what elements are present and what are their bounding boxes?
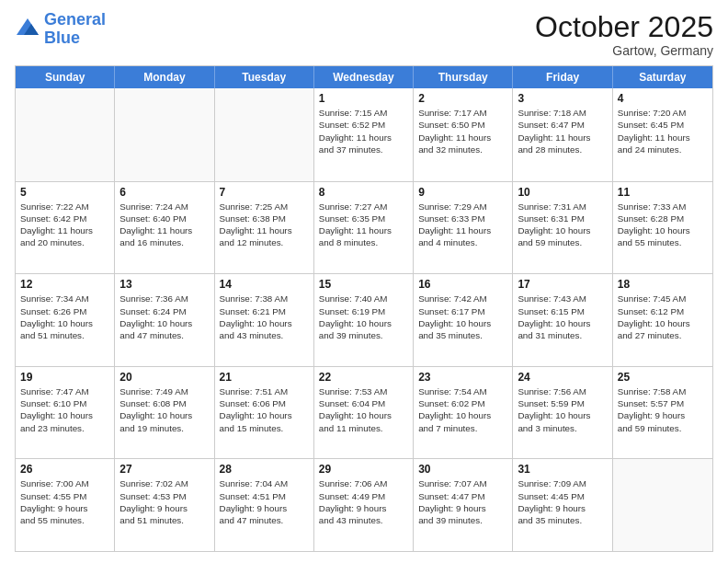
calendar-cell: 25Sunrise: 7:58 AM Sunset: 5:57 PM Dayli… <box>613 367 712 459</box>
cell-text: Sunrise: 7:31 AM Sunset: 6:31 PM Dayligh… <box>518 201 607 249</box>
calendar-cell: 16Sunrise: 7:42 AM Sunset: 6:17 PM Dayli… <box>414 274 513 366</box>
day-number: 15 <box>319 278 408 291</box>
day-number: 12 <box>20 278 109 291</box>
calendar-cell: 4Sunrise: 7:20 AM Sunset: 6:45 PM Daylig… <box>613 88 712 181</box>
day-number: 17 <box>518 278 607 291</box>
logo-icon <box>15 17 40 42</box>
weekday-header: Sunday <box>16 66 115 88</box>
calendar-cell: 19Sunrise: 7:47 AM Sunset: 6:10 PM Dayli… <box>16 367 115 459</box>
weekday-header: Monday <box>115 66 214 88</box>
calendar-cell: 18Sunrise: 7:45 AM Sunset: 6:12 PM Dayli… <box>613 274 712 366</box>
cell-text: Sunrise: 7:15 AM Sunset: 6:52 PM Dayligh… <box>319 107 408 155</box>
calendar-cell: 3Sunrise: 7:18 AM Sunset: 6:47 PM Daylig… <box>513 88 612 181</box>
calendar-week: 12Sunrise: 7:34 AM Sunset: 6:26 PM Dayli… <box>16 273 712 366</box>
cell-text: Sunrise: 7:42 AM Sunset: 6:17 PM Dayligh… <box>418 293 507 341</box>
calendar-cell: 31Sunrise: 7:09 AM Sunset: 4:45 PM Dayli… <box>513 459 612 551</box>
day-number: 2 <box>418 92 507 105</box>
cell-text: Sunrise: 7:49 AM Sunset: 6:08 PM Dayligh… <box>119 385 209 434</box>
calendar-cell <box>613 459 712 551</box>
cell-text: Sunrise: 7:06 AM Sunset: 4:49 PM Dayligh… <box>319 477 408 526</box>
calendar-cell: 14Sunrise: 7:38 AM Sunset: 6:21 PM Dayli… <box>215 274 314 366</box>
calendar-cell: 24Sunrise: 7:56 AM Sunset: 5:59 PM Dayli… <box>513 367 612 459</box>
cell-text: Sunrise: 7:58 AM Sunset: 5:57 PM Dayligh… <box>618 385 708 434</box>
weekday-header: Tuesday <box>215 66 314 88</box>
day-number: 14 <box>220 278 309 291</box>
calendar-cell: 20Sunrise: 7:49 AM Sunset: 6:08 PM Dayli… <box>115 367 214 459</box>
calendar-cell: 6Sunrise: 7:24 AM Sunset: 6:40 PM Daylig… <box>115 182 214 274</box>
cell-text: Sunrise: 7:38 AM Sunset: 6:21 PM Dayligh… <box>220 293 309 341</box>
cell-text: Sunrise: 7:45 AM Sunset: 6:12 PM Dayligh… <box>618 293 708 341</box>
calendar-cell: 26Sunrise: 7:00 AM Sunset: 4:55 PM Dayli… <box>16 459 115 551</box>
calendar-cell: 30Sunrise: 7:07 AM Sunset: 4:47 PM Dayli… <box>414 459 513 551</box>
calendar-cell: 9Sunrise: 7:29 AM Sunset: 6:33 PM Daylig… <box>414 182 513 274</box>
weekday-header: Saturday <box>613 66 712 88</box>
calendar-cell <box>115 88 214 181</box>
day-number: 3 <box>518 92 607 105</box>
day-number: 21 <box>220 371 309 384</box>
header: General Blue October 2025 Gartow, German… <box>15 11 713 58</box>
day-number: 16 <box>418 278 507 291</box>
cell-text: Sunrise: 7:54 AM Sunset: 6:02 PM Dayligh… <box>418 385 507 434</box>
calendar-body: 1Sunrise: 7:15 AM Sunset: 6:52 PM Daylig… <box>16 88 712 551</box>
cell-text: Sunrise: 7:00 AM Sunset: 4:55 PM Dayligh… <box>20 477 109 526</box>
calendar-cell: 15Sunrise: 7:40 AM Sunset: 6:19 PM Dayli… <box>314 274 414 366</box>
calendar-week: 1Sunrise: 7:15 AM Sunset: 6:52 PM Daylig… <box>16 88 712 181</box>
logo: General Blue <box>15 11 106 48</box>
cell-text: Sunrise: 7:51 AM Sunset: 6:06 PM Dayligh… <box>220 385 309 434</box>
weekday-header: Wednesday <box>314 66 414 88</box>
cell-text: Sunrise: 7:18 AM Sunset: 6:47 PM Dayligh… <box>518 107 607 155</box>
cell-text: Sunrise: 7:17 AM Sunset: 6:50 PM Dayligh… <box>418 107 507 155</box>
calendar-header: SundayMondayTuesdayWednesdayThursdayFrid… <box>16 66 712 88</box>
cell-text: Sunrise: 7:27 AM Sunset: 6:35 PM Dayligh… <box>319 201 408 249</box>
calendar-cell: 1Sunrise: 7:15 AM Sunset: 6:52 PM Daylig… <box>314 88 414 181</box>
day-number: 20 <box>119 371 209 384</box>
day-number: 7 <box>220 186 309 199</box>
cell-text: Sunrise: 7:56 AM Sunset: 5:59 PM Dayligh… <box>518 385 607 434</box>
day-number: 31 <box>518 463 607 476</box>
day-number: 29 <box>319 463 408 476</box>
day-number: 5 <box>20 186 109 199</box>
cell-text: Sunrise: 7:36 AM Sunset: 6:24 PM Dayligh… <box>119 293 209 341</box>
calendar-cell: 7Sunrise: 7:25 AM Sunset: 6:38 PM Daylig… <box>215 182 314 274</box>
cell-text: Sunrise: 7:04 AM Sunset: 4:51 PM Dayligh… <box>220 477 309 526</box>
calendar-cell: 10Sunrise: 7:31 AM Sunset: 6:31 PM Dayli… <box>513 182 612 274</box>
day-number: 24 <box>518 371 607 384</box>
weekday-header: Friday <box>513 66 612 88</box>
calendar-cell <box>215 88 314 181</box>
calendar-cell: 28Sunrise: 7:04 AM Sunset: 4:51 PM Dayli… <box>215 459 314 551</box>
calendar-cell: 8Sunrise: 7:27 AM Sunset: 6:35 PM Daylig… <box>314 182 414 274</box>
cell-text: Sunrise: 7:07 AM Sunset: 4:47 PM Dayligh… <box>418 477 507 526</box>
day-number: 30 <box>418 463 507 476</box>
cell-text: Sunrise: 7:53 AM Sunset: 6:04 PM Dayligh… <box>319 385 408 434</box>
day-number: 6 <box>119 186 209 199</box>
day-number: 9 <box>418 186 507 199</box>
calendar-week: 26Sunrise: 7:00 AM Sunset: 4:55 PM Dayli… <box>16 458 712 551</box>
location: Gartow, Germany <box>535 43 713 58</box>
day-number: 1 <box>319 92 408 105</box>
day-number: 8 <box>319 186 408 199</box>
cell-text: Sunrise: 7:09 AM Sunset: 4:45 PM Dayligh… <box>518 477 607 526</box>
calendar-cell: 17Sunrise: 7:43 AM Sunset: 6:15 PM Dayli… <box>513 274 612 366</box>
cell-text: Sunrise: 7:47 AM Sunset: 6:10 PM Dayligh… <box>20 385 109 434</box>
day-number: 13 <box>119 278 209 291</box>
calendar-week: 19Sunrise: 7:47 AM Sunset: 6:10 PM Dayli… <box>16 366 712 459</box>
cell-text: Sunrise: 7:25 AM Sunset: 6:38 PM Dayligh… <box>220 201 309 249</box>
day-number: 22 <box>319 371 408 384</box>
page: General Blue October 2025 Gartow, German… <box>0 0 728 563</box>
day-number: 18 <box>618 278 708 291</box>
cell-text: Sunrise: 7:20 AM Sunset: 6:45 PM Dayligh… <box>618 107 708 155</box>
weekday-header: Thursday <box>414 66 513 88</box>
calendar-cell: 5Sunrise: 7:22 AM Sunset: 6:42 PM Daylig… <box>16 182 115 274</box>
day-number: 10 <box>518 186 607 199</box>
day-number: 11 <box>618 186 708 199</box>
calendar-cell: 23Sunrise: 7:54 AM Sunset: 6:02 PM Dayli… <box>414 367 513 459</box>
cell-text: Sunrise: 7:43 AM Sunset: 6:15 PM Dayligh… <box>518 293 607 341</box>
day-number: 27 <box>119 463 209 476</box>
day-number: 26 <box>20 463 109 476</box>
calendar-cell: 2Sunrise: 7:17 AM Sunset: 6:50 PM Daylig… <box>414 88 513 181</box>
calendar-week: 5Sunrise: 7:22 AM Sunset: 6:42 PM Daylig… <box>16 181 712 274</box>
cell-text: Sunrise: 7:34 AM Sunset: 6:26 PM Dayligh… <box>20 293 109 341</box>
cell-text: Sunrise: 7:02 AM Sunset: 4:53 PM Dayligh… <box>119 477 209 526</box>
logo-text: General Blue <box>44 11 106 48</box>
month-title: October 2025 <box>535 11 713 43</box>
